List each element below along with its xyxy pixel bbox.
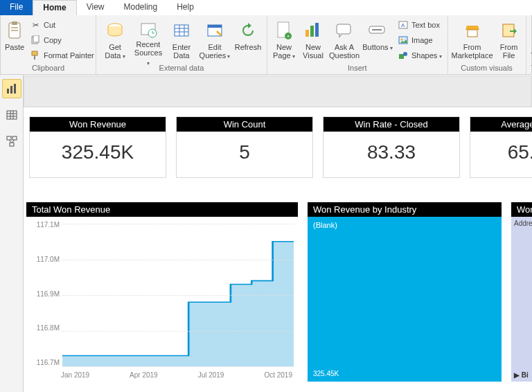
card-value: 325.45K <box>30 132 166 177</box>
svg-text:A: A <box>401 22 405 28</box>
tab-modeling[interactable]: Modeling <box>114 0 167 15</box>
get-data-button[interactable]: Get Data <box>99 17 131 62</box>
panel-by-industry[interactable]: Won Revenue by Industry (Blank) 325.45K <box>308 202 502 382</box>
speech-icon <box>333 19 355 42</box>
file-import-icon <box>498 19 520 42</box>
card-value: 65.09K <box>470 132 532 177</box>
chart-icon <box>302 19 324 42</box>
panel-total-won-revenue[interactable]: Total Won Revenue 117.1M 117.0M 116.9M 1… <box>26 202 298 382</box>
scissors-icon: ✂ <box>30 19 41 30</box>
svg-point-30 <box>401 39 403 41</box>
copy-button[interactable]: Copy <box>27 33 97 47</box>
svg-rect-11 <box>175 25 188 36</box>
data-icon <box>104 19 126 42</box>
ribbon: Paste ✂Cut Copy Format Painter Clipboard… <box>0 15 532 75</box>
enter-data-button[interactable]: Enter Data <box>166 17 197 62</box>
x-axis: Jan 2019 Apr 2019 Jul 2019 Oct 2019 <box>60 371 294 379</box>
group-title-custom: Custom visuals <box>451 63 523 74</box>
bing-logo: ▶ Bi <box>514 371 529 379</box>
clipboard-icon <box>3 19 26 42</box>
svg-rect-17 <box>208 25 222 28</box>
shapes-icon <box>398 50 409 61</box>
card-win-rate[interactable]: Win Rate - Closed 83.33 <box>323 116 460 178</box>
from-marketplace-button[interactable]: From Marketplace <box>451 17 494 62</box>
svg-rect-46 <box>7 136 11 140</box>
group-clipboard: Paste ✂Cut Copy Format Painter Clipboard <box>1 15 96 74</box>
svg-rect-7 <box>34 55 35 60</box>
model-view-button[interactable] <box>2 132 21 151</box>
ask-question-button[interactable]: Ask A Question <box>328 17 360 62</box>
treemap-label: (Blank) <box>313 221 337 229</box>
svg-rect-23 <box>315 23 319 37</box>
svg-rect-5 <box>33 35 39 42</box>
kpi-cards: Won Revenue 325.45K Win Count 5 Win Rate… <box>26 116 532 178</box>
svg-rect-47 <box>12 136 17 140</box>
textbox-button[interactable]: AText box <box>395 18 445 32</box>
svg-rect-40 <box>14 84 16 93</box>
paintbrush-icon <box>30 50 41 61</box>
report-canvas[interactable]: Won Revenue 325.45K Win Count 5 Win Rate… <box>24 75 532 392</box>
plot-area <box>62 224 294 366</box>
tab-help[interactable]: Help <box>167 0 204 15</box>
switch-theme-button[interactable]: Switch Theme <box>529 17 532 62</box>
group-themes: Switch Theme Themes <box>526 15 532 74</box>
card-avg-deal[interactable]: Average Deal Size 65.09K <box>470 116 532 178</box>
data-view-button[interactable] <box>2 105 21 125</box>
svg-rect-21 <box>305 30 309 37</box>
buttons-button[interactable]: Buttons <box>362 17 393 62</box>
svg-rect-1 <box>12 21 17 25</box>
view-switcher <box>0 75 24 392</box>
recent-icon <box>137 19 159 39</box>
card-title: Won Revenue <box>30 117 166 132</box>
image-button[interactable]: Image <box>395 33 445 47</box>
refresh-icon <box>237 19 259 42</box>
new-visual-button[interactable]: New Visual <box>299 17 327 62</box>
svg-rect-38 <box>7 89 9 93</box>
map-visual: Addre... ▶ Bi <box>511 217 532 382</box>
group-title-external: External data <box>99 63 264 74</box>
new-page-button[interactable]: +New Page <box>270 17 298 62</box>
card-value: 5 <box>177 132 312 177</box>
refresh-button[interactable]: Refresh <box>232 17 264 62</box>
svg-rect-48 <box>10 143 14 146</box>
button-icon <box>366 19 389 42</box>
main: Won Revenue 325.45K Win Count 5 Win Rate… <box>0 75 532 392</box>
panel-title: Won <box>511 202 532 217</box>
edit-queries-icon <box>204 19 226 42</box>
page-icon: + <box>273 19 295 42</box>
card-value: 83.33 <box>323 132 459 177</box>
edit-queries-button[interactable]: Edit Queries <box>199 17 231 62</box>
cut-button[interactable]: ✂Cut <box>27 18 97 32</box>
group-external-data: Get Data Recent Sources Enter Data Edit … <box>96 15 267 74</box>
card-win-count[interactable]: Win Count 5 <box>176 116 313 178</box>
svg-rect-2 <box>11 27 18 28</box>
format-painter-button[interactable]: Format Painter <box>27 48 97 62</box>
group-title-clipboard: Clipboard <box>3 63 93 74</box>
svg-rect-6 <box>32 51 37 55</box>
paste-label: Paste <box>5 43 24 51</box>
group-custom-visuals: From Marketplace From File Custom visual… <box>448 15 526 74</box>
panel-title: Won Revenue by Industry <box>308 202 502 217</box>
svg-rect-22 <box>310 26 314 37</box>
svg-rect-24 <box>337 24 351 34</box>
svg-rect-41 <box>7 111 17 119</box>
from-file-button[interactable]: From File <box>495 17 523 62</box>
panel-by-address[interactable]: Won Addre... ▶ Bi <box>511 202 532 382</box>
tab-view[interactable]: View <box>77 0 114 15</box>
shapes-button[interactable]: Shapes <box>395 48 445 62</box>
treemap-value: 325.45K <box>313 370 339 377</box>
card-title: Win Rate - Closed <box>323 117 459 132</box>
paste-button[interactable]: Paste <box>3 17 26 62</box>
svg-rect-33 <box>468 30 477 37</box>
report-view-button[interactable] <box>2 79 21 98</box>
card-won-revenue[interactable]: Won Revenue 325.45K <box>29 116 166 178</box>
table-icon <box>170 19 193 42</box>
svg-line-49 <box>9 140 12 143</box>
group-title-themes: Themes <box>529 63 532 74</box>
card-title: Average Deal Size <box>470 117 532 132</box>
tab-home[interactable]: Home <box>33 0 76 15</box>
recent-sources-button[interactable]: Recent Sources <box>132 17 164 62</box>
treemap: (Blank) 325.45K <box>308 217 502 382</box>
tab-file[interactable]: File <box>0 0 33 15</box>
marketplace-icon <box>461 19 484 42</box>
